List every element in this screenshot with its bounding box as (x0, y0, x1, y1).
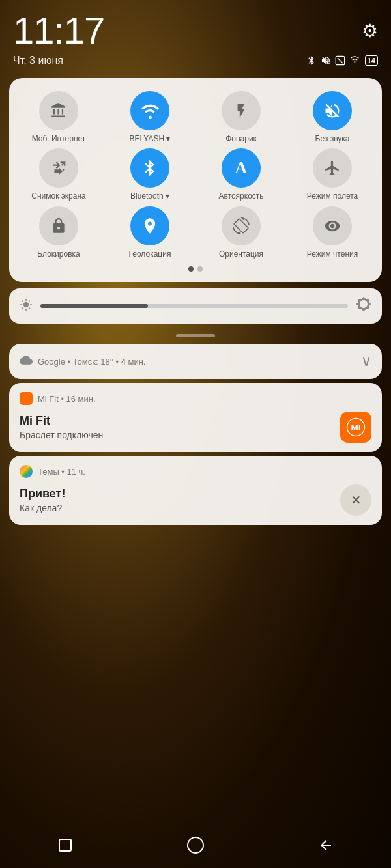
mi-fit-title: Mi Fit (20, 414, 103, 428)
qs-auto-brightness-label: Автояркость (218, 191, 263, 201)
qs-grid: Моб. Интернет BELYASH ▾ Фонарик (16, 91, 375, 259)
svg-point-5 (188, 837, 203, 853)
drag-handle-bar (176, 334, 215, 337)
status-bar: 11:17 ⚙ (0, 0, 391, 55)
qs-screenshot[interactable]: Снимок экрана (16, 148, 102, 201)
wifi-status-icon (349, 55, 361, 66)
battery-level: 14 (368, 57, 375, 64)
qs-geolocation-label: Геолокация (129, 249, 171, 259)
qs-wifi-label: BELYASH ▾ (130, 134, 171, 143)
recent-apps-button[interactable] (49, 829, 81, 861)
brightness-track[interactable] (40, 304, 348, 308)
qs-lock-icon[interactable] (39, 206, 78, 245)
qs-lock-label: Блокировка (37, 249, 80, 259)
themes-body: Как дела? (20, 503, 65, 513)
brightness-panel (9, 288, 382, 324)
qs-mobile-internet-label: Моб. Интернет (32, 134, 86, 143)
qs-silent[interactable]: Без звука (289, 91, 375, 143)
themes-app-name: Темы • 11 ч. (38, 467, 85, 477)
qs-airplane[interactable]: Режим полета (289, 148, 375, 201)
qs-mobile-internet[interactable]: Моб. Интернет (16, 91, 102, 143)
themes-app-icon (20, 465, 33, 478)
qs-auto-brightness[interactable]: A Автояркость (198, 148, 284, 201)
qs-page-dots (16, 266, 375, 272)
mi-fit-app-icon-small (20, 392, 33, 405)
qs-dot-2[interactable] (197, 266, 203, 272)
qs-wifi-icon[interactable] (130, 91, 169, 130)
qs-mobile-internet-icon[interactable] (39, 91, 78, 130)
back-button[interactable] (310, 829, 342, 861)
home-button[interactable] (179, 829, 212, 861)
themes-title: Привет! (20, 487, 65, 501)
qs-geolocation[interactable]: Геолокация (107, 206, 193, 259)
date-status-row: Чт, 3 июня 14 (0, 55, 391, 73)
mi-fit-app-name: Mi Fit • 16 мин. (38, 394, 96, 404)
svg-line-1 (338, 58, 343, 63)
bluetooth-status-icon (306, 55, 317, 66)
brightness-fill (40, 304, 148, 308)
qs-bluetooth-icon[interactable] (130, 148, 169, 188)
qs-airplane-icon[interactable] (313, 148, 352, 188)
qs-bluetooth-label: Bluetooth ▾ (130, 191, 169, 201)
qs-lock[interactable]: Блокировка (16, 206, 102, 259)
clock: 11:17 (13, 12, 104, 49)
block-status-icon (335, 55, 345, 66)
qs-orientation-icon[interactable] (222, 206, 261, 245)
svg-rect-4 (59, 839, 71, 851)
mi-fit-content: Mi Fit Браслет подключен MI (20, 412, 371, 443)
mi-fit-notification[interactable]: Mi Fit • 16 мин. Mi Fit Браслет подключе… (9, 383, 382, 452)
battery-indicator: 14 (365, 55, 378, 66)
status-icons: 14 (306, 55, 378, 66)
qs-orientation-label: Ориентация (219, 249, 263, 259)
qs-airplane-label: Режим полета (307, 191, 358, 201)
google-weather-app: Google • Томск: 18° • 4 мин. (38, 357, 145, 367)
nav-bar (0, 822, 391, 868)
svg-text:MI: MI (351, 423, 361, 432)
mi-fit-body: Браслет подключен (20, 430, 103, 440)
expand-icon[interactable]: ∨ (361, 353, 371, 370)
themes-notification[interactable]: Темы • 11 ч. Привет! Как дела? ✕ (9, 456, 382, 525)
qs-silent-label: Без звука (315, 134, 350, 143)
mi-fit-logo: MI (340, 412, 371, 443)
brightness-low-icon (20, 298, 33, 315)
brightness-high-icon (356, 296, 371, 316)
qs-flashlight-icon[interactable] (222, 91, 261, 130)
drag-handle (0, 329, 391, 340)
dismiss-button[interactable]: ✕ (340, 484, 371, 516)
google-weather-notification[interactable]: Google • Томск: 18° • 4 мин. ∨ (9, 344, 382, 379)
qs-orientation[interactable]: Ориентация (198, 206, 284, 259)
qs-auto-brightness-icon[interactable]: A (222, 148, 261, 188)
cloud-icon (20, 354, 33, 369)
quick-settings-panel: Моб. Интернет BELYASH ▾ Фонарик (9, 78, 382, 282)
qs-silent-icon[interactable] (313, 91, 352, 130)
qs-dot-1[interactable] (188, 266, 194, 272)
settings-icon[interactable]: ⚙ (362, 20, 378, 42)
qs-wifi[interactable]: BELYASH ▾ (107, 91, 193, 143)
mute-status-icon (321, 55, 331, 66)
qs-reading-mode-label: Режим чтения (307, 249, 358, 259)
qs-flashlight-label: Фонарик (225, 134, 257, 143)
qs-bluetooth[interactable]: Bluetooth ▾ (107, 148, 193, 201)
qs-reading-mode-icon[interactable] (313, 206, 352, 245)
qs-reading-mode[interactable]: Режим чтения (289, 206, 375, 259)
qs-flashlight[interactable]: Фонарик (198, 91, 284, 143)
qs-screenshot-label: Снимок экрана (31, 191, 86, 201)
qs-geolocation-icon[interactable] (130, 206, 169, 245)
qs-screenshot-icon[interactable] (39, 148, 78, 188)
date-label: Чт, 3 июня (13, 55, 63, 66)
